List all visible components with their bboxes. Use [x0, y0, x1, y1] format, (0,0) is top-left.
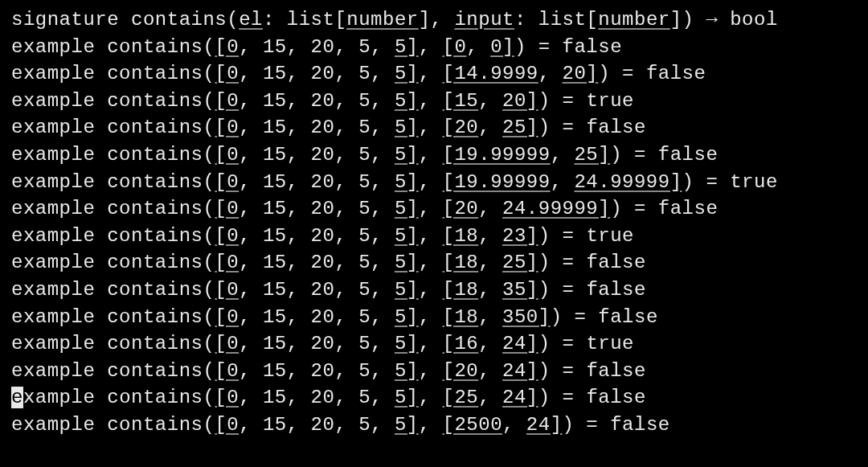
example-line[interactable]: example contains([0, 15, 20, 5, 5], [18,…	[11, 304, 857, 331]
example-line[interactable]: example contains([0, 15, 20, 5, 5], [0, …	[11, 34, 857, 61]
example-line[interactable]: example contains([0, 15, 20, 5, 5], [20,…	[11, 114, 857, 141]
example-line[interactable]: example contains([0, 15, 20, 5, 5], [20,…	[11, 358, 857, 385]
example-line[interactable]: example contains([0, 15, 20, 5, 5], [15,…	[11, 88, 857, 115]
example-line[interactable]: example contains([0, 15, 20, 5, 5], [20,…	[11, 195, 857, 223]
example-line[interactable]: example contains([0, 15, 20, 5, 5], [25,…	[11, 384, 857, 412]
code-editor[interactable]: signature contains(el: list[number], inp…	[11, 6, 857, 439]
example-line[interactable]: example contains([0, 15, 20, 5, 5], [19.…	[11, 141, 857, 169]
signature-line[interactable]: signature contains(el: list[number], inp…	[11, 6, 857, 34]
example-line[interactable]: example contains([0, 15, 20, 5, 5], [18,…	[11, 249, 857, 277]
example-line[interactable]: example contains([0, 15, 20, 5, 5], [18,…	[11, 223, 857, 250]
cursor: e	[11, 387, 23, 408]
example-line[interactable]: example contains([0, 15, 20, 5, 5], [19.…	[11, 169, 857, 196]
example-line[interactable]: example contains([0, 15, 20, 5, 5], [18,…	[11, 277, 857, 304]
example-line[interactable]: example contains([0, 15, 20, 5, 5], [250…	[11, 412, 857, 439]
example-line[interactable]: example contains([0, 15, 20, 5, 5], [14.…	[11, 60, 857, 88]
example-line[interactable]: example contains([0, 15, 20, 5, 5], [16,…	[11, 330, 857, 358]
